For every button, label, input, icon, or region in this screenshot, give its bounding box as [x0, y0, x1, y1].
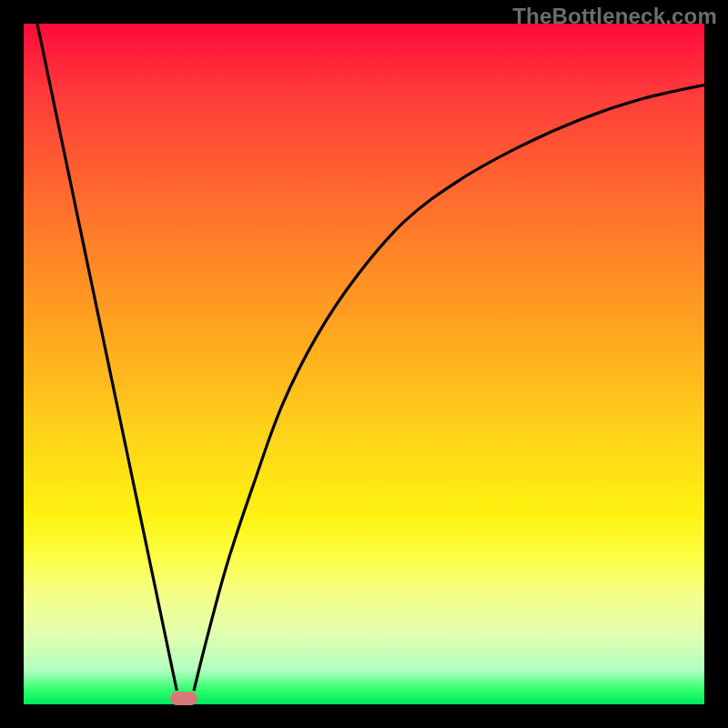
curve-path — [37, 24, 704, 691]
chart-frame: TheBottleneck.com — [0, 0, 728, 728]
bottleneck-curve — [24, 24, 704, 704]
chart-plot-area — [24, 24, 704, 704]
optimal-marker — [170, 692, 197, 705]
watermark-text: TheBottleneck.com — [512, 4, 717, 29]
